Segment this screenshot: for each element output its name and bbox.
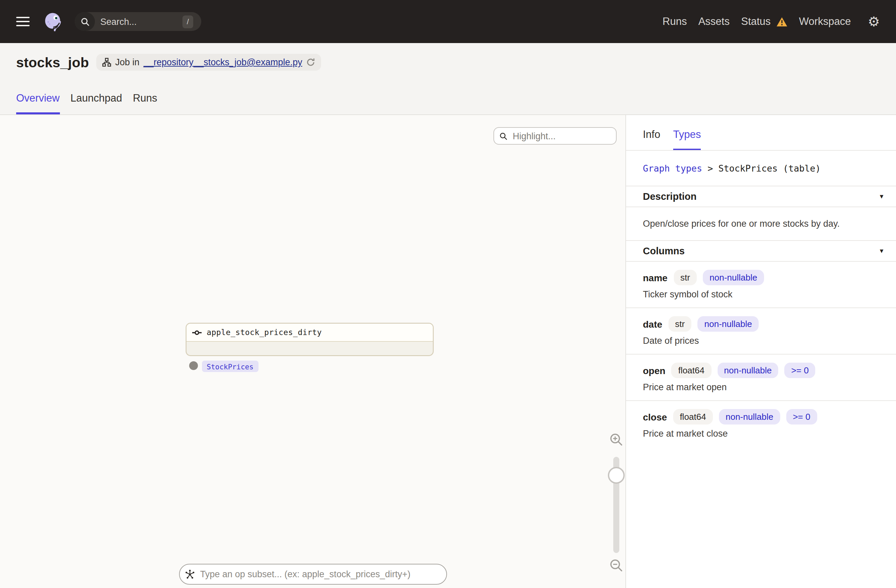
top-navbar: Search... / Runs Assets Status Workspace… [0,0,896,43]
op-node-title: apple_stock_prices_dirty [186,324,433,342]
op-node-name: apple_stock_prices_dirty [207,328,322,337]
breadcrumb-separator: > [707,163,713,173]
columns-list: namestrnon-nullableTicker symbol of stoc… [626,262,896,447]
column-row-date: datestrnon-nullableDate of prices [626,308,896,354]
dagster-app: Search... / Runs Assets Status Workspace… [0,0,896,588]
columns-title: Columns [643,246,685,256]
gear-icon[interactable]: ⚙ [868,15,880,28]
nav-link-workspace[interactable]: Workspace [799,15,851,27]
constraint-chip: >= 0 [786,409,817,424]
content-area: apple_stock_prices_dirty StockPrices [0,115,896,588]
search-shortcut-key: / [183,15,193,28]
title-row: stocks_job Job in __repository__stocks_j… [16,43,880,71]
column-name: close [643,412,667,422]
constraint-chip: non-nullable [719,409,780,424]
type-chip: str [669,316,692,332]
zoom-out-icon [609,558,624,573]
tab-overview[interactable]: Overview [16,92,59,114]
type-chip: float64 [673,409,713,424]
column-tags-line: closefloat64non-nullable>= 0 [643,409,880,424]
zoom-out-button[interactable] [609,558,624,573]
breadcrumb-graph-types-link[interactable]: Graph types [643,163,702,173]
nav-link-assets[interactable]: Assets [698,15,730,27]
chevron-down-icon[interactable]: ▼ [879,193,885,200]
column-row-open: openfloat64non-nullable>= 0Price at mark… [626,354,896,401]
column-description: Date of prices [643,336,880,346]
page-header: stocks_job Job in __repository__stocks_j… [0,43,896,115]
details-sidebar: Info Types Graph types > StockPrices (ta… [626,115,896,588]
zoom-in-button[interactable] [609,433,624,447]
op-output-dot [189,361,198,370]
search-icon [75,12,95,31]
job-context-prefix: Job in [115,57,139,67]
column-row-close: closefloat64non-nullable>= 0Price at mar… [626,401,896,447]
page-tabs: Overview Launchpad Runs [16,92,157,114]
job-graph-icon [102,58,111,67]
page-title: stocks_job [16,54,89,70]
column-description: Price at market open [643,382,880,392]
octopus-logo-icon [43,11,63,32]
warning-triangle-icon [776,17,788,27]
zoom-in-icon [609,433,624,447]
op-output-type-tag[interactable]: StockPrices [202,361,258,372]
highlight-input[interactable] [511,130,611,141]
job-context-pill: Job in __repository__stocks_job@example.… [96,54,321,71]
sidebar-tab-info[interactable]: Info [643,129,660,150]
column-row-name: namestrnon-nullableTicker symbol of stoc… [626,262,896,308]
type-chip: str [674,270,697,285]
hamburger-menu-icon[interactable] [16,17,30,27]
zoom-slider-knob[interactable] [608,467,625,484]
column-tags-line: namestrnon-nullable [643,270,880,285]
column-name: name [643,272,667,283]
column-tags-line: datestrnon-nullable [643,316,880,332]
tab-runs[interactable]: Runs [133,92,157,114]
constraint-chip: >= 0 [785,363,815,378]
column-tags-line: openfloat64non-nullable>= 0 [643,363,880,378]
breadcrumb-current: StockPrices (table) [718,163,821,173]
op-selector-icon [185,569,195,579]
tab-launchpad[interactable]: Launchpad [70,92,122,114]
dagster-logo[interactable] [43,11,63,32]
description-section-header[interactable]: Description ▼ [626,186,896,207]
search-icon [500,132,507,140]
graph-canvas[interactable]: apple_stock_prices_dirty StockPrices [0,115,626,588]
sidebar-tab-types[interactable]: Types [673,129,701,150]
op-subset-input[interactable] [198,568,441,580]
highlight-search[interactable] [494,127,617,144]
chevron-down-icon[interactable]: ▼ [879,248,885,254]
constraint-chip: non-nullable [698,316,759,332]
constraint-chip: non-nullable [717,363,779,378]
global-search[interactable]: Search... / [75,12,201,31]
reload-icon[interactable] [306,58,315,67]
columns-section-header[interactable]: Columns ▼ [626,241,896,262]
column-name: date [643,319,663,329]
description-title: Description [643,191,697,202]
search-placeholder: Search... [100,17,183,27]
sidebar-tabs: Info Types [626,115,896,151]
type-chip: float64 [672,363,711,378]
op-icon [192,329,202,335]
navbar-links: Runs Assets Status Workspace ⚙ [663,15,880,28]
column-description: Ticker symbol of stock [643,289,880,299]
nav-link-runs[interactable]: Runs [663,15,687,27]
job-file-link[interactable]: __repository__stocks_job@example.py [143,57,302,67]
description-content: Open/close prices for one or more stocks… [626,207,896,241]
nav-link-status[interactable]: Status [741,15,788,27]
op-subset-filter[interactable] [179,564,447,585]
op-node-apple-stock-prices-dirty[interactable]: apple_stock_prices_dirty [186,323,434,356]
column-name: open [643,365,666,376]
type-breadcrumb: Graph types > StockPrices (table) [626,151,896,186]
constraint-chip: non-nullable [703,270,764,285]
column-description: Price at market close [643,428,880,439]
